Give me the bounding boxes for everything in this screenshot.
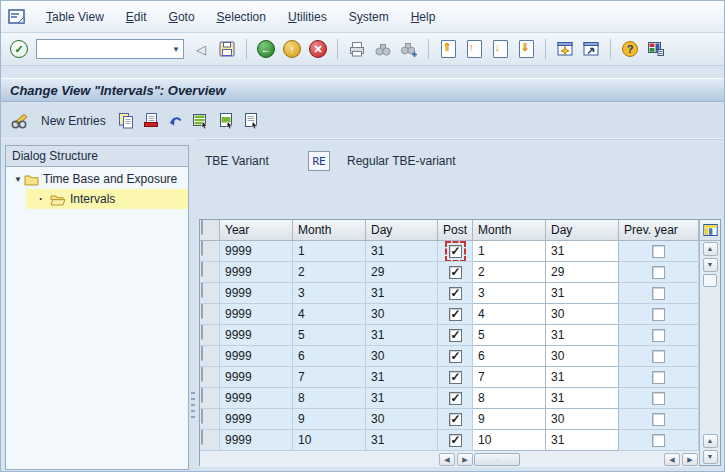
cell-month2[interactable]: 5	[473, 325, 546, 346]
cell-month[interactable]: 6	[293, 346, 366, 367]
column-header-prev-year[interactable]: Prev. year	[619, 220, 699, 241]
first-page-icon[interactable]: ⇑	[441, 40, 456, 58]
cell-month2[interactable]: 2	[473, 262, 546, 283]
post-checkbox[interactable]	[449, 287, 462, 300]
scroll-right-icon[interactable]: ▶	[457, 453, 473, 466]
prev-year-checkbox[interactable]	[652, 245, 665, 258]
menu-edit[interactable]: Edit	[115, 6, 158, 28]
column-header-post[interactable]: Post	[438, 220, 473, 241]
command-dropdown-icon[interactable]: ▼	[172, 45, 180, 54]
cell-month[interactable]: 7	[293, 367, 366, 388]
scroll-down-end-icon[interactable]: ▼	[703, 450, 718, 464]
table-settings-cell[interactable]	[700, 220, 720, 241]
cell-day[interactable]: 30	[366, 304, 438, 325]
column-header-day[interactable]: Day	[366, 220, 438, 241]
cell-day2[interactable]: 30	[546, 304, 619, 325]
cell-month2[interactable]: 4	[473, 304, 546, 325]
new-entries-button[interactable]: New Entries	[37, 110, 110, 132]
column-header-month[interactable]: Month	[293, 220, 366, 241]
delete-icon[interactable]	[142, 110, 160, 132]
prev-year-checkbox[interactable]	[652, 329, 665, 342]
menu-system[interactable]: System	[338, 6, 400, 28]
system-menu-icon[interactable]	[8, 9, 25, 24]
cell-day[interactable]: 31	[366, 325, 438, 346]
row-selector[interactable]	[200, 304, 220, 325]
prev-year-checkbox[interactable]	[652, 392, 665, 405]
display-change-toggle-icon[interactable]	[10, 110, 30, 132]
cell-month2[interactable]: 1	[473, 241, 546, 262]
cell-year[interactable]: 9999	[220, 304, 293, 325]
menu-selection[interactable]: Selection	[206, 6, 277, 28]
cell-day2[interactable]: 31	[546, 283, 619, 304]
scroll-left-end-icon[interactable]: ◀	[664, 453, 680, 466]
post-checkbox[interactable]	[449, 245, 462, 258]
tree-item-intervals[interactable]: · Intervals	[6, 189, 188, 209]
prev-year-checkbox[interactable]	[652, 413, 665, 426]
post-checkbox[interactable]	[449, 434, 462, 447]
cell-month[interactable]: 10	[293, 430, 366, 451]
row-selector[interactable]	[200, 388, 220, 409]
menu-help[interactable]: Help	[400, 6, 447, 28]
select-all-icon[interactable]	[192, 110, 210, 132]
find-icon[interactable]	[372, 38, 394, 60]
tree-expander-icon[interactable]: ▼	[14, 175, 24, 184]
cell-month2[interactable]: 10	[473, 430, 546, 451]
cell-year[interactable]: 9999	[220, 388, 293, 409]
cell-day2[interactable]: 29	[546, 262, 619, 283]
row-selector[interactable]	[200, 367, 220, 388]
cell-month2[interactable]: 3	[473, 283, 546, 304]
help-icon[interactable]: ?	[619, 38, 641, 60]
cell-day2[interactable]: 31	[546, 388, 619, 409]
copy-as-icon[interactable]	[117, 110, 135, 132]
row-selector[interactable]	[200, 283, 220, 304]
row-selector[interactable]	[200, 325, 220, 346]
cell-month[interactable]: 9	[293, 409, 366, 430]
cell-day[interactable]: 29	[366, 262, 438, 283]
cell-year[interactable]: 9999	[220, 346, 293, 367]
cell-day[interactable]: 31	[366, 241, 438, 262]
column-header-month2[interactable]: Month	[473, 220, 546, 241]
cell-day2[interactable]: 31	[546, 367, 619, 388]
scroll-up-icon[interactable]: ▲	[703, 242, 718, 256]
prev-year-checkbox[interactable]	[652, 308, 665, 321]
cell-year[interactable]: 9999	[220, 409, 293, 430]
cell-month2[interactable]: 7	[473, 367, 546, 388]
prev-year-checkbox[interactable]	[652, 266, 665, 279]
previous-page-icon[interactable]: ↑	[467, 40, 482, 58]
menu-utilities[interactable]: Utilities	[277, 6, 338, 28]
find-next-icon[interactable]	[398, 38, 420, 60]
cell-month[interactable]: 5	[293, 325, 366, 346]
undo-icon[interactable]	[167, 110, 185, 132]
cell-year[interactable]: 9999	[220, 367, 293, 388]
column-header-day2[interactable]: Day	[546, 220, 619, 241]
command-field[interactable]: ▼	[36, 39, 184, 59]
customize-local-layout-icon[interactable]	[645, 38, 667, 60]
tree-item-time-base[interactable]: ▼ Time Base and Exposure	[6, 169, 188, 189]
cell-day2[interactable]: 30	[546, 346, 619, 367]
last-page-icon[interactable]: ⇓	[519, 40, 534, 58]
cell-year[interactable]: 9999	[220, 283, 293, 304]
panel-splitter[interactable]	[189, 139, 197, 471]
menu-goto[interactable]: Goto	[158, 6, 206, 28]
header-selector-cell[interactable]	[200, 220, 220, 241]
post-checkbox[interactable]	[449, 371, 462, 384]
scroll-left-icon[interactable]: ◀	[439, 453, 455, 466]
cell-day[interactable]: 31	[366, 430, 438, 451]
row-selector[interactable]	[200, 262, 220, 283]
cell-month2[interactable]: 9	[473, 409, 546, 430]
cell-year[interactable]: 9999	[220, 241, 293, 262]
cell-day2[interactable]: 31	[546, 241, 619, 262]
post-checkbox[interactable]	[449, 266, 462, 279]
prev-year-checkbox[interactable]	[652, 287, 665, 300]
deselect-all-icon[interactable]	[242, 110, 260, 132]
tbe-variant-field[interactable]: RE	[308, 151, 330, 171]
post-checkbox[interactable]	[449, 329, 462, 342]
prev-year-checkbox[interactable]	[652, 434, 665, 447]
cell-day[interactable]: 30	[366, 346, 438, 367]
cell-month2[interactable]: 6	[473, 346, 546, 367]
prev-year-checkbox[interactable]	[652, 371, 665, 384]
cell-day2[interactable]: 31	[546, 430, 619, 451]
select-block-icon[interactable]	[217, 110, 235, 132]
next-page-icon[interactable]: ↓	[493, 40, 508, 58]
post-checkbox[interactable]	[449, 413, 462, 426]
